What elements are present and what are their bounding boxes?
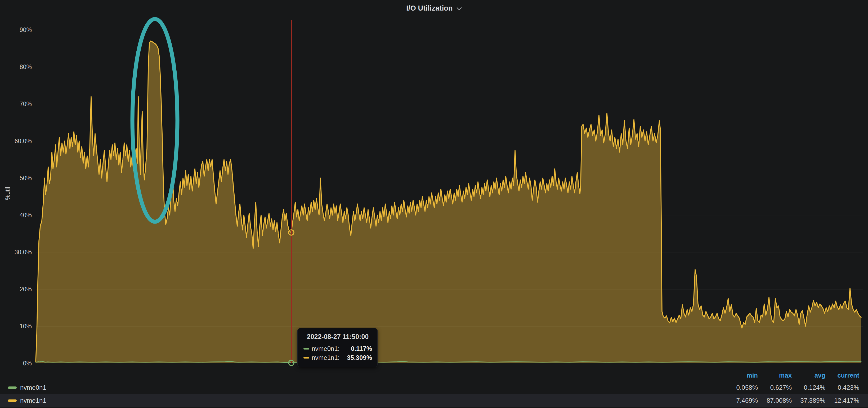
y-tick-50: 50% — [20, 175, 32, 182]
y-tick-40: 40% — [20, 212, 32, 219]
chevron-down-icon[interactable] — [457, 7, 462, 11]
y-tick-30: 30.0% — [14, 249, 32, 256]
legend-header-current[interactable]: current — [817, 372, 859, 379]
y-tick-70: 70% — [20, 101, 32, 108]
y-tick-60: 60.0% — [14, 138, 32, 145]
tooltip-series-value: 35.309% — [347, 354, 372, 362]
series-color-swatch-icon — [304, 348, 309, 349]
tooltip-row-nvme0n1: nvme0n1: 0.117% — [304, 344, 372, 353]
chart-tooltip: 2022-08-27 11:50:00 nvme0n1: 0.117% nvme… — [298, 328, 378, 367]
panel-header: I/O Utilization — [0, 0, 868, 16]
y-tick-20: 20% — [20, 286, 32, 293]
tooltip-row-nvme1n1: nvme1n1: 35.309% — [304, 353, 372, 362]
tooltip-series-value: 0.117% — [351, 345, 372, 352]
chart-plot-area[interactable] — [36, 17, 863, 363]
series-color-swatch-icon — [8, 386, 17, 389]
series-color-swatch-icon — [8, 399, 17, 402]
tooltip-series-name: nvme0n1: — [312, 345, 339, 352]
tooltip-timestamp: 2022-08-27 11:50:00 — [304, 333, 372, 341]
legend-series-name[interactable]: nvme0n1 — [20, 384, 46, 391]
legend-row-nvme1n1[interactable]: nvme1n1 7.469% 87.008% 37.389% 12.417% — [0, 394, 868, 407]
grafana-panel: { "panel": { "title": "I/O Utilization" … — [0, 0, 868, 408]
legend: min max avg current nvme0n1 0.058% 0.627… — [0, 370, 868, 407]
io-utilization-chart-svg — [36, 17, 863, 363]
y-tick-80: 80% — [20, 64, 32, 71]
legend-row-nvme0n1[interactable]: nvme0n1 0.058% 0.627% 0.124% 0.423% — [0, 381, 868, 394]
series-color-swatch-icon — [304, 357, 309, 359]
y-tick-10: 10% — [20, 323, 32, 330]
panel-title[interactable]: I/O Utilization — [406, 4, 453, 12]
legend-stat-current: 12.417% — [817, 397, 859, 404]
tooltip-series-name: nvme1n1: — [312, 354, 339, 362]
y-tick-90: 90% — [20, 27, 32, 34]
y-tick-0: 0% — [23, 360, 32, 367]
legend-header-row: min max avg current — [0, 370, 868, 381]
legend-series-name[interactable]: nvme1n1 — [20, 397, 46, 404]
legend-stat-current: 0.423% — [817, 384, 859, 391]
y-axis-unit-label: %util — [4, 187, 11, 200]
